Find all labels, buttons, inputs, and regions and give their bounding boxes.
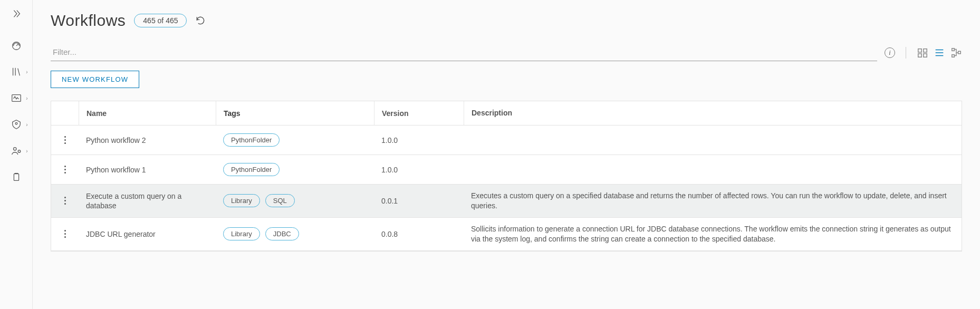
table-row[interactable]: JDBC URL generatorLibraryJDBC0.0.8Sollic… — [51, 218, 962, 251]
kebab-icon — [64, 166, 66, 173]
table-row[interactable]: Execute a custom query on a databaseLibr… — [51, 185, 962, 218]
tag-pill[interactable]: JDBC — [265, 227, 299, 240]
kebab-icon — [64, 136, 66, 144]
row-tags: PythonFolder — [216, 125, 374, 154]
chevron-right-icon: › — [26, 95, 27, 101]
filter-bar: i — [51, 44, 962, 61]
sidebar: › › › › — [0, 0, 33, 309]
row-tags: LibrarySQL — [216, 185, 374, 217]
sidebar-item-inventory[interactable] — [6, 171, 27, 184]
view-card-button[interactable] — [917, 47, 928, 59]
svg-rect-5 — [14, 174, 18, 181]
col-description[interactable]: Description — [464, 101, 962, 125]
svg-rect-7 — [924, 49, 927, 52]
sidebar-item-admin[interactable]: › — [6, 144, 27, 157]
tag-pill[interactable]: Library — [223, 227, 260, 240]
table-header-row: Name Tags Version Description — [51, 101, 962, 125]
svg-rect-1 — [12, 95, 21, 102]
row-actions-button[interactable] — [51, 155, 79, 184]
tag-pill[interactable]: Library — [223, 194, 260, 207]
divider — [906, 47, 906, 59]
main-content: Workflows 465 of 465 i NEW WORKFLOW Name… — [33, 0, 980, 309]
row-version: 1.0.0 — [374, 125, 464, 154]
row-name: Python workflow 1 — [79, 155, 216, 184]
filter-input[interactable] — [51, 44, 877, 61]
row-name: Python workflow 2 — [79, 125, 216, 154]
svg-rect-13 — [952, 49, 955, 51]
chevron-right-icon: › — [26, 122, 27, 128]
expand-sidebar-button[interactable] — [6, 7, 27, 20]
row-description: Sollicits information to generate a conn… — [464, 218, 962, 250]
col-actions — [51, 101, 79, 125]
svg-rect-15 — [958, 51, 961, 54]
sidebar-item-activity[interactable]: › — [6, 92, 27, 104]
row-actions-button[interactable] — [51, 185, 79, 217]
row-actions-button[interactable] — [51, 125, 79, 154]
sidebar-item-assets[interactable]: › — [6, 118, 27, 131]
col-version[interactable]: Version — [374, 101, 464, 125]
page-title: Workflows — [51, 12, 126, 30]
row-description — [464, 155, 962, 184]
row-description — [464, 125, 962, 154]
view-toggle-group — [917, 47, 962, 59]
row-tags: LibraryJDBC — [216, 218, 374, 250]
kebab-icon — [64, 197, 66, 205]
col-name[interactable]: Name — [79, 101, 216, 125]
tag-pill[interactable]: PythonFolder — [223, 163, 280, 176]
row-name: JDBC URL generator — [79, 218, 216, 250]
page-header: Workflows 465 of 465 — [51, 12, 962, 30]
svg-rect-6 — [918, 49, 921, 52]
chevron-right-icon: › — [26, 148, 27, 154]
row-actions-button[interactable] — [51, 218, 79, 250]
row-description: Executes a custom query on a specified d… — [464, 185, 962, 217]
kebab-icon — [64, 230, 66, 238]
row-version: 1.0.0 — [374, 155, 464, 184]
sidebar-item-dashboard[interactable] — [6, 39, 27, 52]
tag-pill[interactable]: SQL — [265, 194, 295, 207]
svg-rect-8 — [918, 54, 921, 57]
count-badge: 465 of 465 — [134, 14, 187, 27]
row-version: 0.0.1 — [374, 185, 464, 217]
new-workflow-button[interactable]: NEW WORKFLOW — [51, 71, 139, 88]
tag-pill[interactable]: PythonFolder — [223, 133, 280, 147]
sidebar-item-library[interactable]: › — [6, 65, 27, 78]
row-name: Execute a custom query on a database — [79, 185, 216, 217]
table-row[interactable]: Python workflow 2PythonFolder1.0.0 — [51, 125, 962, 155]
svg-point-2 — [15, 122, 17, 124]
table-row[interactable]: Python workflow 1PythonFolder1.0.0 — [51, 155, 962, 185]
svg-rect-9 — [924, 54, 927, 57]
svg-point-3 — [13, 148, 16, 151]
view-tree-button[interactable] — [950, 47, 962, 59]
svg-rect-14 — [952, 55, 955, 57]
row-version: 0.0.8 — [374, 218, 464, 250]
view-list-button[interactable] — [934, 47, 945, 59]
col-tags[interactable]: Tags — [216, 101, 374, 125]
workflows-table: Name Tags Version Description Python wor… — [51, 101, 962, 252]
chevron-right-icon: › — [26, 69, 27, 75]
row-tags: PythonFolder — [216, 155, 374, 184]
info-icon[interactable]: i — [885, 47, 895, 58]
refresh-button[interactable] — [195, 15, 206, 26]
